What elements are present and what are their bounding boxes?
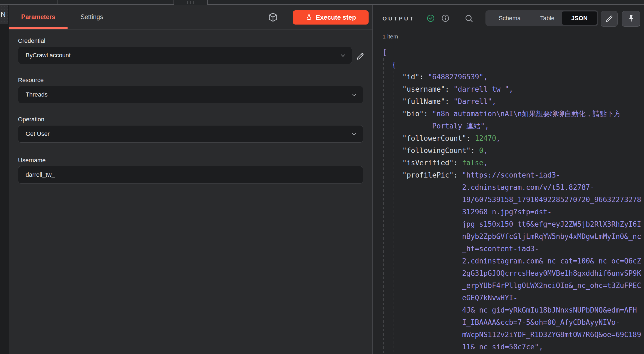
tab-json[interactable]: JSON — [562, 11, 597, 25]
info-icon[interactable] — [441, 14, 449, 22]
drag-handle-bar — [187, 1, 187, 4]
json-row: "followingCount": 0, — [382, 145, 639, 157]
tab-settings[interactable]: Settings — [68, 5, 116, 29]
clipped-canvas-node: N — [0, 5, 8, 24]
drag-handle-bar — [190, 1, 190, 4]
edit-credential-pencil-icon[interactable] — [355, 52, 365, 61]
json-token: "profilePic": — [402, 169, 462, 181]
json-row: "bio": "n8n automation\nAI\n如果想要聊聊自動化，請點… — [382, 108, 639, 132]
output-title: OUTPUT — [382, 16, 415, 22]
username-input[interactable] — [18, 166, 363, 184]
json-row: { — [382, 59, 639, 71]
json-viewer: [{"id": "64882796539","username": "darre… — [382, 46, 639, 353]
success-check-icon — [427, 14, 435, 22]
drag-handle-bar — [193, 1, 193, 4]
search-icon[interactable] — [464, 14, 474, 23]
panel-drag-handle[interactable] — [174, 0, 207, 5]
json-token: "bio": — [402, 108, 432, 120]
json-token: { — [392, 59, 396, 71]
json-token: 12470 — [475, 132, 496, 145]
resource-value: Threads — [26, 91, 48, 98]
json-token: "id": — [402, 71, 428, 83]
clipped-canvas-label: N — [1, 10, 6, 18]
tab-schema[interactable]: Schema — [487, 11, 533, 25]
json-token: "https://scontent-iad3- 2.cdninstagram.c… — [462, 169, 641, 353]
operation-label: Operation — [18, 116, 44, 123]
json-row: "isVerified": false, — [382, 157, 639, 169]
pin-icon — [626, 14, 636, 24]
json-token: [ — [382, 46, 387, 59]
tab-table[interactable]: Table — [533, 11, 562, 25]
output-panel: OUTPUT Schema Table JSON 1 item [{"id": … — [373, 5, 644, 354]
tab-settings-label: Settings — [80, 13, 103, 21]
operation-value: Get User — [26, 130, 50, 137]
json-token: "followingCount": — [402, 145, 479, 157]
chevron-down-icon — [339, 52, 347, 59]
json-token: false — [462, 157, 483, 169]
username-label: Username — [18, 157, 45, 164]
json-token: "64882796539", — [428, 71, 488, 83]
json-token: "username": — [402, 83, 454, 95]
json-token: "Darrell", — [454, 95, 496, 108]
execute-step-label: Execute step — [316, 14, 356, 21]
credential-value: ByCrawl account — [26, 52, 71, 59]
node-settings-header: Parameters Settings Execute step — [9, 5, 372, 30]
credential-select[interactable]: ByCrawl account — [18, 47, 352, 64]
json-token: "followerCount": — [402, 132, 475, 145]
active-tab-underline — [9, 27, 68, 29]
credential-label: Credential — [18, 37, 45, 44]
resource-label: Resource — [18, 77, 44, 84]
json-row: "username": "darrell_tw_", — [382, 83, 639, 95]
node-settings-panel: Parameters Settings Execute step Credent… — [9, 5, 372, 354]
json-row: "fullName": "Darrell", — [382, 95, 639, 108]
pencil-icon — [604, 14, 614, 23]
pin-data-button[interactable] — [622, 11, 640, 27]
edit-output-button[interactable] — [601, 11, 618, 27]
json-row: "followerCount": 12470, — [382, 132, 639, 145]
items-count: 1 item — [382, 33, 398, 40]
json-token: , — [483, 145, 488, 157]
json-row: [ — [382, 46, 639, 59]
top-strip — [0, 0, 644, 5]
tab-parameters[interactable]: Parameters — [9, 5, 68, 29]
resource-select[interactable]: Threads — [18, 86, 363, 103]
tab-parameters-label: Parameters — [21, 13, 55, 21]
flask-icon — [305, 14, 312, 21]
execute-step-button[interactable]: Execute step — [293, 10, 369, 25]
operation-select[interactable]: Get User — [18, 125, 363, 143]
chevron-down-icon — [350, 130, 358, 138]
json-token: "fullName": — [402, 95, 454, 108]
package-icon[interactable] — [268, 12, 278, 22]
json-token: "darrell_tw_", — [454, 83, 513, 95]
json-token: "isVerified": — [402, 157, 462, 169]
json-row: "id": "64882796539", — [382, 71, 639, 83]
json-token: "n8n automation\nAI\n如果想要聊聊自動化，請點下方 Port… — [432, 108, 621, 132]
json-token: , — [496, 132, 500, 145]
output-view-toggle: Schema Table JSON — [485, 10, 598, 26]
json-row: "profilePic": "https://scontent-iad3- 2.… — [382, 169, 639, 353]
json-token: 0 — [479, 145, 484, 157]
json-token: , — [483, 157, 488, 169]
chevron-down-icon — [350, 91, 358, 99]
notch-border-right — [207, 0, 208, 5]
canvas-edge-line — [57, 0, 57, 5]
